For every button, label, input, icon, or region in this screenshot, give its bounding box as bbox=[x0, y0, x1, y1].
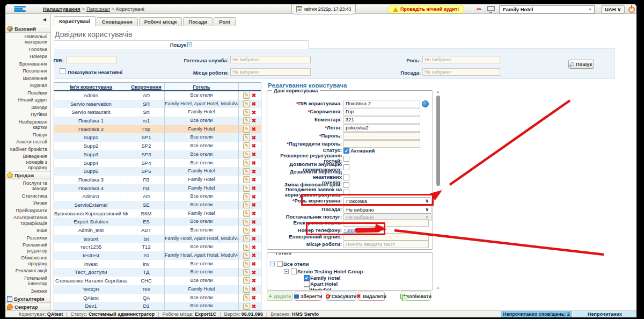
role-input[interactable]: Не вибрано bbox=[422, 56, 500, 63]
pib-input[interactable] bbox=[66, 56, 116, 63]
edit-icon[interactable]: ✎ bbox=[243, 303, 250, 310]
tab-Робочі місця[interactable]: Робочі місця bbox=[139, 17, 182, 26]
delete-icon[interactable]: ✖ bbox=[252, 168, 256, 175]
edit-icon[interactable]: ✎ bbox=[243, 235, 250, 242]
hotel-tree-item[interactable]: −Все отели bbox=[270, 261, 309, 267]
delete-icon[interactable]: ✖ bbox=[252, 109, 256, 116]
edit-icon[interactable]: ✎ bbox=[243, 134, 250, 141]
delete-icon[interactable]: ✖ bbox=[252, 219, 256, 226]
search-button[interactable]: Пошук bbox=[568, 60, 594, 69]
delete-icon[interactable]: ✖ bbox=[252, 210, 256, 217]
sidebar-item[interactable]: Прейскуранти bbox=[5, 207, 50, 214]
hotel-selector[interactable]: Family Hotel ▼ bbox=[499, 5, 595, 13]
search-panel-header[interactable]: Пошук− bbox=[54, 40, 309, 49]
field-input[interactable]: Почніть вводити текст bbox=[343, 241, 429, 248]
delete-icon[interactable]: ✖ bbox=[252, 227, 256, 234]
table-row[interactable]: Admin_testADTВсе отели✎✖ bbox=[54, 226, 261, 235]
sidebar-item[interactable]: Покоївки bbox=[5, 89, 50, 97]
tab-Сповіщення[interactable]: Сповіщення bbox=[97, 17, 138, 26]
sidebar-section-Базовий[interactable]: Базовий bbox=[5, 25, 50, 33]
column-header[interactable]: Готель bbox=[165, 83, 239, 90]
sidebar-item[interactable]: Навчальні матеріали bbox=[5, 33, 50, 46]
hotel-tree-item[interactable]: ✔Family Hotel bbox=[304, 275, 341, 281]
sidebar-item[interactable]: Пошук bbox=[5, 131, 50, 139]
table-row[interactable]: Покоївка 1ro1Все отели✎✖ bbox=[54, 117, 261, 125]
table-row[interactable]: Покоївка 3П3Family Hotel✎✖ bbox=[54, 176, 261, 184]
table-row[interactable]: Servio restaurantSrtFamily Hotel✎✖ bbox=[54, 108, 261, 117]
table-row[interactable]: ServioExternalSEВсе отели✎✖ bbox=[54, 201, 261, 209]
collapse-minus-icon[interactable]: − bbox=[187, 42, 192, 47]
edit-icon[interactable]: ✎ bbox=[243, 269, 250, 276]
table-row[interactable]: Supp5SP5Family Hotel✎✖ bbox=[54, 167, 261, 176]
sidebar-item[interactable]: Анкети гостей bbox=[5, 139, 50, 146]
edit-icon[interactable]: ✎ bbox=[243, 227, 250, 234]
sidebar-item[interactable]: Виведення номерів з продажу bbox=[5, 153, 50, 172]
column-header[interactable]: Ім'я користувача bbox=[54, 83, 128, 90]
edit-icon[interactable]: ✎ bbox=[243, 168, 250, 175]
scroll-down-icon[interactable]: ▼ bbox=[436, 287, 440, 290]
delete-icon[interactable]: ✖ bbox=[252, 134, 256, 141]
edit-icon[interactable]: ✎ bbox=[243, 160, 250, 166]
hotel-service-input[interactable]: Не вибрано bbox=[230, 56, 311, 63]
edit-icon[interactable]: ✎ bbox=[243, 244, 250, 251]
edit-icon[interactable]: ✎ bbox=[243, 201, 250, 208]
edit-icon[interactable]: ✎ bbox=[243, 100, 250, 107]
table-row[interactable]: testtesttstFamily Hotel, Apart Hotel, Mo… bbox=[54, 251, 261, 260]
table-row[interactable]: Supp3SP3Все отели✎✖ bbox=[54, 150, 261, 159]
sidebar-item[interactable]: Нічний аудит bbox=[5, 97, 50, 104]
видалити-button[interactable]: ✖Видалити bbox=[358, 292, 385, 301]
resize-arrows-icon[interactable]: ◄► bbox=[475, 5, 482, 13]
delete-icon[interactable]: ✖ bbox=[252, 294, 256, 301]
sidebar-item[interactable]: Знижки bbox=[5, 287, 50, 295]
delete-icon[interactable]: ✖ bbox=[252, 277, 256, 284]
table-row[interactable]: Степаненко Наталія СергіївнаСНСВсе отели… bbox=[54, 277, 261, 285]
position-input[interactable]: Не вибрано bbox=[422, 68, 500, 76]
table-row[interactable]: Admin1ADВсе отели✎✖ bbox=[54, 192, 261, 201]
table-row[interactable]: Тест_доступиТДВсе отели✎✖ bbox=[54, 268, 261, 277]
delete-icon[interactable]: ✖ bbox=[252, 269, 256, 276]
currency-selector[interactable]: UAH ∨ bbox=[601, 5, 625, 13]
hotel-tree-item[interactable]: Apart Hotel bbox=[304, 281, 338, 287]
delete-icon[interactable]: ✖ bbox=[252, 117, 256, 124]
edit-icon[interactable]: ✎ bbox=[243, 151, 250, 158]
sidebar-item[interactable]: Інше bbox=[5, 227, 50, 235]
table-row[interactable]: тест1235Т12Все отели✎✖ bbox=[54, 243, 261, 251]
sidebar-item[interactable]: Послуги та заходи bbox=[5, 179, 50, 192]
table-row[interactable]: QAtestQAВсе отели✎✖ bbox=[54, 294, 261, 302]
edit-icon[interactable]: ✎ bbox=[243, 142, 250, 149]
hotel-checkbox[interactable]: ✔ bbox=[304, 275, 310, 281]
field-input[interactable]: Гор bbox=[343, 108, 420, 115]
sidebar-item[interactable]: Головна bbox=[5, 46, 50, 53]
tab-Користувачі[interactable]: Користувачі bbox=[54, 16, 96, 26]
sidebar-item[interactable]: Заходи bbox=[5, 104, 50, 111]
delete-icon[interactable]: ✖ bbox=[252, 201, 256, 208]
night-audit-warning[interactable]: Проведіть нічний аудит! bbox=[387, 5, 464, 13]
hotel-checkbox[interactable] bbox=[277, 261, 283, 267]
edit-icon[interactable]: ✎ bbox=[243, 277, 250, 284]
sidebar-item[interactable]: Кабінет броніста bbox=[5, 146, 50, 153]
table-row[interactable]: Supp2SP2Все отели✎✖ bbox=[54, 142, 261, 150]
зберегти-button[interactable]: Зберегти bbox=[295, 292, 321, 301]
delete-icon[interactable]: ✖ bbox=[252, 142, 256, 149]
delete-icon[interactable]: ✖ bbox=[252, 126, 256, 133]
table-row[interactable]: Servio reservationSRFamily Hotel, Apart … bbox=[54, 100, 261, 108]
delete-icon[interactable]: ✖ bbox=[252, 235, 256, 242]
table-row[interactable]: AdminADВсе отели✎✖ bbox=[54, 91, 261, 100]
delete-icon[interactable]: ✖ bbox=[252, 286, 256, 293]
table-row[interactable]: Expert SolutionESВсе отели✎✖ bbox=[54, 218, 261, 226]
sidebar-item[interactable]: Путівки bbox=[5, 111, 50, 119]
editor-scrollbar[interactable]: ▲ ▼ bbox=[436, 90, 440, 294]
field-input[interactable] bbox=[343, 132, 420, 140]
delete-icon[interactable]: ✖ bbox=[252, 185, 256, 192]
sidebar-item[interactable]: Рекламні акції bbox=[5, 267, 50, 275]
hotel-checkbox[interactable] bbox=[291, 269, 297, 274]
sidebar-item[interactable]: Номери bbox=[5, 53, 50, 61]
sidebar-item[interactable]: Розсилки bbox=[5, 234, 50, 242]
field-input[interactable]: 321 bbox=[343, 116, 420, 124]
tab-Ролі[interactable]: Ролі bbox=[214, 17, 235, 26]
field-input[interactable]: pokoivka2 bbox=[343, 124, 420, 132]
field-checkbox[interactable] bbox=[343, 164, 349, 170]
hotel-checkbox[interactable] bbox=[304, 281, 310, 287]
scroll-up-icon[interactable]: ▲ bbox=[436, 90, 440, 93]
sidebar-collapse-icon[interactable]: ◀ bbox=[5, 14, 50, 25]
